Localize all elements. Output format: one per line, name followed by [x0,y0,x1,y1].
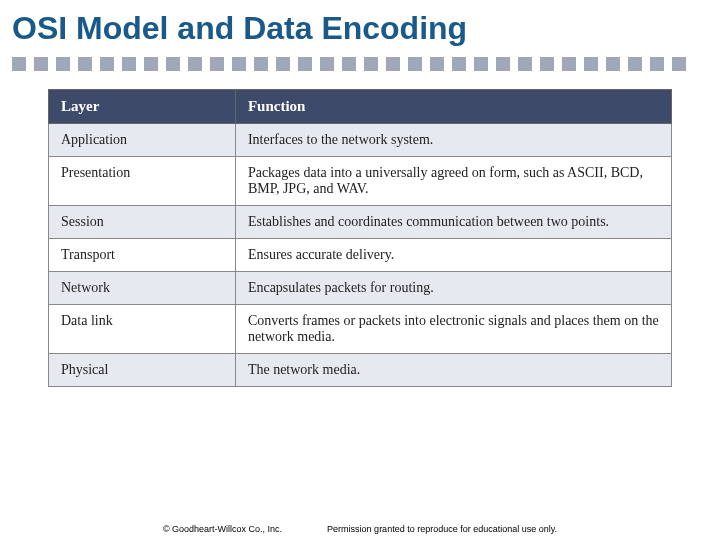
dot-icon [34,57,48,71]
dot-icon [584,57,598,71]
dot-icon [518,57,532,71]
dot-icon [496,57,510,71]
cell-function: Ensures accurate delivery. [235,239,671,272]
dot-icon [166,57,180,71]
table-row: Session Establishes and coordinates comm… [49,206,672,239]
cell-layer: Transport [49,239,236,272]
header-function: Function [235,90,671,124]
dot-icon [254,57,268,71]
cell-function: Establishes and coordinates communicatio… [235,206,671,239]
table-row: Physical The network media. [49,354,672,387]
dot-icon [100,57,114,71]
dot-icon [386,57,400,71]
cell-layer: Physical [49,354,236,387]
dot-icon [210,57,224,71]
page-title: OSI Model and Data Encoding [0,0,720,53]
dot-icon [188,57,202,71]
dot-icon [78,57,92,71]
dot-icon [408,57,422,71]
table-row: Network Encapsulates packets for routing… [49,272,672,305]
dot-icon [606,57,620,71]
permission-text: Permission granted to reproduce for educ… [327,524,557,534]
dot-icon [364,57,378,71]
cell-layer: Session [49,206,236,239]
dot-icon [342,57,356,71]
dot-icon [672,57,686,71]
footer: © Goodheart-Willcox Co., Inc. Permission… [0,524,720,534]
dot-icon [232,57,246,71]
dot-icon [562,57,576,71]
dot-icon [474,57,488,71]
dot-icon [298,57,312,71]
dot-icon [430,57,444,71]
dot-icon [540,57,554,71]
cell-function: Encapsulates packets for routing. [235,272,671,305]
table-row: Data link Converts frames or packets int… [49,305,672,354]
dot-icon [628,57,642,71]
dot-icon [144,57,158,71]
dot-icon [452,57,466,71]
cell-layer: Network [49,272,236,305]
cell-function: The network media. [235,354,671,387]
cell-layer: Data link [49,305,236,354]
table-row: Presentation Packages data into a univer… [49,157,672,206]
cell-function: Interfaces to the network system. [235,124,671,157]
table-header-row: Layer Function [49,90,672,124]
dot-icon [122,57,136,71]
cell-function: Packages data into a universally agreed … [235,157,671,206]
table-row: Application Interfaces to the network sy… [49,124,672,157]
table-row: Transport Ensures accurate delivery. [49,239,672,272]
slide: OSI Model and Data Encoding [0,0,720,540]
cell-layer: Application [49,124,236,157]
header-layer: Layer [49,90,236,124]
osi-table-wrap: Layer Function Application Interfaces to… [48,89,672,387]
dot-icon [12,57,26,71]
dot-icon [56,57,70,71]
cell-layer: Presentation [49,157,236,206]
decorative-dots [12,57,720,71]
dot-icon [276,57,290,71]
dot-icon [650,57,664,71]
cell-function: Converts frames or packets into electron… [235,305,671,354]
dot-icon [320,57,334,71]
copyright-text: © Goodheart-Willcox Co., Inc. [163,524,282,534]
osi-table: Layer Function Application Interfaces to… [48,89,672,387]
